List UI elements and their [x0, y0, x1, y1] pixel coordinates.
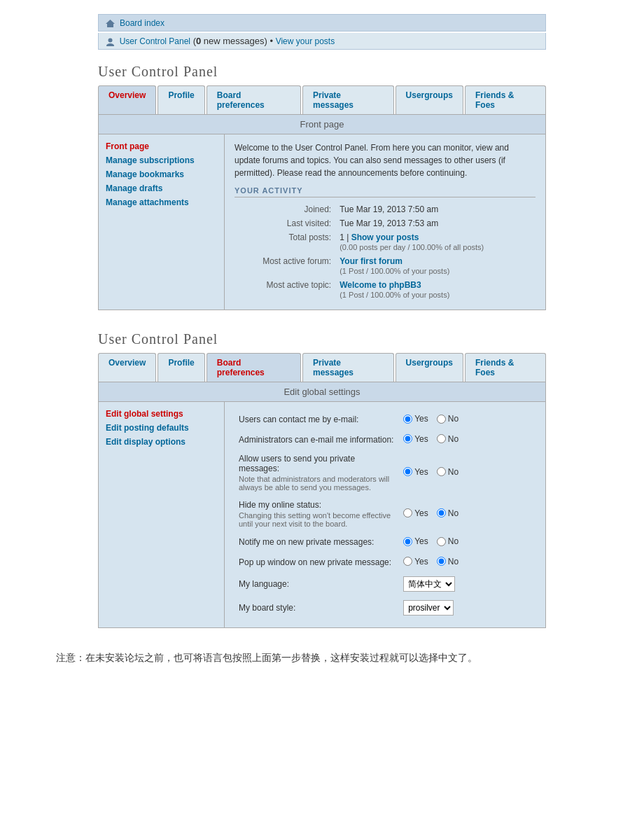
- radio-no-hide-online[interactable]: No: [437, 508, 458, 518]
- link-manage-attachments[interactable]: Manage attachments: [106, 197, 217, 207]
- setting-control-hide-online: Yes No: [400, 496, 534, 531]
- tab-friends-foes-2[interactable]: Friends & Foes: [465, 353, 546, 382]
- radio-input-no-admin[interactable]: [437, 434, 446, 443]
- tab-overview-2[interactable]: Overview: [98, 353, 156, 382]
- radio-yes-notify-pm[interactable]: Yes: [403, 536, 428, 546]
- radio-input-yes-pm[interactable]: [403, 467, 412, 476]
- setting-control-admin-email: Yes No: [400, 431, 534, 450]
- radio-input-no-pm[interactable]: [437, 467, 446, 476]
- setting-label-notify-pm: Notify me on new private messages:: [236, 533, 399, 552]
- tab-overview-1[interactable]: Overview: [98, 85, 156, 114]
- setting-label-allow-pm: Allow users to send you private messages…: [236, 450, 399, 495]
- setting-control-notify-pm: Yes No: [400, 533, 534, 552]
- tab-board-pref-2[interactable]: Board preferences: [206, 353, 301, 382]
- last-visited-value: Tue Mar 19, 2013 7:53 am: [337, 217, 534, 230]
- most-active-topic-link[interactable]: Welcome to phpBB3: [340, 280, 421, 290]
- panel-2-tabs: Overview Profile Board preferences Priva…: [98, 353, 546, 382]
- tab-usergroups-2[interactable]: Usergroups: [396, 353, 463, 382]
- most-active-forum-label: Most active forum:: [236, 255, 335, 277]
- welcome-text: Welcome to the User Control Panel. From …: [234, 141, 536, 179]
- table-row: Hide my online status: Changing this set…: [236, 496, 534, 531]
- link-edit-global[interactable]: Edit global settings: [106, 409, 217, 419]
- table-row: Most active topic: Welcome to phpBB3 (1 …: [236, 279, 534, 301]
- tab-profile-2[interactable]: Profile: [158, 353, 204, 382]
- hide-online-note: Changing this setting won't become effec…: [239, 511, 396, 528]
- setting-control-contact-email: Yes No: [400, 410, 534, 429]
- panel-1-body: Front page Manage subscriptions Manage b…: [99, 134, 545, 310]
- settings-table: Users can contact me by e-mail: Yes No: [234, 409, 536, 620]
- joined-value: Tue Mar 19, 2013 7:50 am: [337, 203, 534, 216]
- radio-input-yes-admin[interactable]: [403, 434, 412, 443]
- tab-friends-foes-1[interactable]: Friends & Foes: [465, 85, 546, 114]
- view-posts-link[interactable]: View your posts: [276, 36, 335, 46]
- radio-yes-hide-online[interactable]: Yes: [403, 508, 428, 518]
- radio-yes-contact-email[interactable]: Yes: [403, 414, 428, 424]
- radio-input-yes-popup[interactable]: [403, 557, 412, 566]
- radio-no-admin-email[interactable]: No: [437, 434, 458, 444]
- panel-1-section-header: Front page: [99, 115, 545, 134]
- link-front-page[interactable]: Front page: [106, 141, 217, 151]
- table-row: Most active forum: Your first forum (1 P…: [236, 255, 534, 277]
- new-messages-count: 0: [196, 36, 201, 46]
- link-edit-display[interactable]: Edit display options: [106, 437, 217, 447]
- link-edit-posting[interactable]: Edit posting defaults: [106, 423, 217, 433]
- tab-private-msg-1[interactable]: Private messages: [302, 85, 394, 114]
- language-select[interactable]: 简体中文: [403, 576, 455, 592]
- link-manage-subscriptions[interactable]: Manage subscriptions: [106, 155, 217, 165]
- most-active-forum-link[interactable]: Your first forum: [340, 256, 402, 266]
- ucp-link[interactable]: User Control Panel: [120, 36, 190, 46]
- panel-1-right-col: Welcome to the User Control Panel. From …: [225, 134, 545, 310]
- tab-usergroups-1[interactable]: Usergroups: [396, 85, 463, 114]
- panel-2-title: User Control Panel: [98, 331, 546, 347]
- radio-input-yes-contact[interactable]: [403, 415, 412, 424]
- table-row: Administrators can e-mail me information…: [236, 431, 534, 450]
- panel-2-left-col: Edit global settings Edit posting defaul…: [99, 402, 225, 627]
- radio-input-no-contact[interactable]: [437, 415, 446, 424]
- panel-2-content: Edit global settings Edit global setting…: [98, 382, 546, 628]
- tab-private-msg-2[interactable]: Private messages: [302, 353, 394, 382]
- table-row: Last visited: Tue Mar 19, 2013 7:53 am: [236, 217, 534, 230]
- panel-1-left-col: Front page Manage subscriptions Manage b…: [99, 134, 225, 310]
- link-manage-bookmarks[interactable]: Manage bookmarks: [106, 169, 217, 179]
- radio-no-allow-pm[interactable]: No: [437, 467, 458, 477]
- table-row: Allow users to send you private messages…: [236, 450, 534, 495]
- table-row: Joined: Tue Mar 19, 2013 7:50 am: [236, 203, 534, 216]
- language-label: My language:: [236, 573, 399, 595]
- posts-per-day: (0.00 posts per day / 100.00% of all pos…: [340, 243, 484, 251]
- panel-2-section-header: Edit global settings: [99, 382, 545, 402]
- forum-sub: (1 Post / 100.00% of your posts): [340, 267, 449, 275]
- tab-profile-1[interactable]: Profile: [158, 85, 204, 114]
- style-select[interactable]: prosilver: [403, 600, 454, 616]
- panel-1-tabs: Overview Profile Board preferences Priva…: [98, 85, 546, 114]
- radio-input-no-notify[interactable]: [437, 537, 446, 546]
- radio-yes-admin-email[interactable]: Yes: [403, 434, 428, 444]
- table-row: My board style: prosilver: [236, 597, 534, 619]
- radio-input-no-popup[interactable]: [437, 557, 446, 566]
- tab-board-pref-1[interactable]: Board preferences: [206, 85, 301, 114]
- allow-pm-note: Note that administrators and moderators …: [239, 475, 396, 492]
- radio-input-yes-notify[interactable]: [403, 537, 412, 546]
- style-select-cell: prosilver: [400, 597, 534, 619]
- radio-no-contact-email[interactable]: No: [437, 414, 458, 424]
- radio-no-popup-pm[interactable]: No: [437, 557, 458, 567]
- panel-1: User Control Panel Overview Profile Boar…: [98, 64, 546, 310]
- link-manage-drafts[interactable]: Manage drafts: [106, 183, 217, 193]
- radio-input-yes-hide[interactable]: [403, 508, 412, 517]
- radio-input-no-hide[interactable]: [437, 508, 446, 517]
- show-your-posts-link[interactable]: Show your posts: [351, 232, 419, 242]
- radio-yes-popup-pm[interactable]: Yes: [403, 557, 428, 567]
- panel-1-content: Front page Front page Manage subscriptio…: [98, 114, 546, 310]
- table-row: Total posts: 1 | Show your posts (0.00 p…: [236, 231, 534, 253]
- total-posts-value: 1 | Show your posts (0.00 posts per day …: [337, 231, 534, 253]
- panel-2: User Control Panel Overview Profile Boar…: [98, 331, 546, 628]
- most-active-topic-value: Welcome to phpBB3 (1 Post / 100.00% of y…: [337, 279, 534, 301]
- panel-2-right-col: Users can contact me by e-mail: Yes No: [225, 402, 545, 627]
- radio-yes-allow-pm[interactable]: Yes: [403, 467, 428, 477]
- board-index-link[interactable]: Board index: [120, 18, 164, 28]
- radio-no-notify-pm[interactable]: No: [437, 536, 458, 546]
- svg-marker-0: [106, 20, 115, 27]
- setting-label-hide-online: Hide my online status: Changing this set…: [236, 496, 399, 531]
- setting-control-allow-pm: Yes No: [400, 450, 534, 495]
- sub-nav-bar: User Control Panel (0 new messages) • Vi…: [98, 33, 546, 50]
- table-row: Notify me on new private messages: Yes N…: [236, 533, 534, 552]
